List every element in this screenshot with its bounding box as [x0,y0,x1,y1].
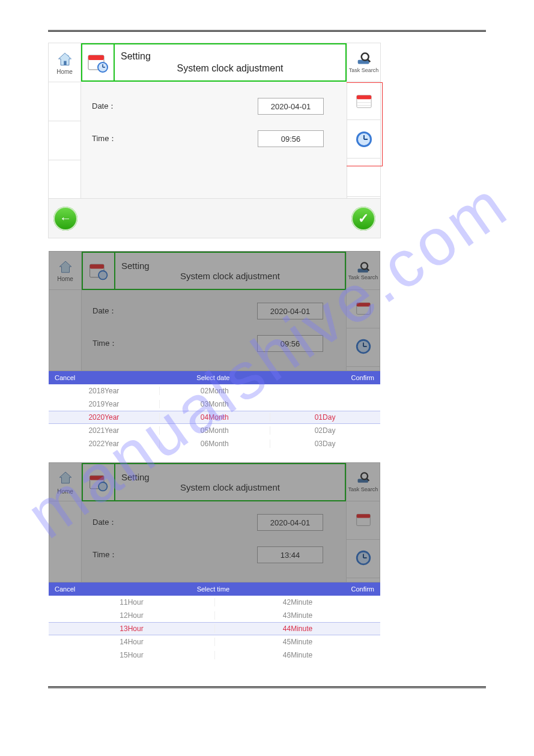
page-subtitle: System clock adjustment [121,482,339,492]
home-label: Home [56,68,73,75]
right-nav-column: Task Search [347,43,380,199]
time-label: Time： [93,338,141,349]
date-picker-wheel[interactable]: 2018Year02Month 2019Year03Month 2020Year… [49,384,380,450]
date-label: Date： [93,517,141,528]
picker-cancel-button[interactable]: Cancel [55,585,75,593]
hour-option[interactable]: 11Hour [49,598,214,606]
task-search-label: Task Search [349,67,379,73]
back-button[interactable] [53,207,77,231]
minute-option[interactable]: 46Minute [214,651,380,659]
hour-option[interactable]: 14Hour [49,638,214,646]
year-option[interactable]: 2021Year [49,426,159,435]
time-value-box[interactable]: 13:44 [257,546,323,563]
minute-option[interactable]: 43Minute [214,611,380,620]
time-picker-wheel[interactable]: 11Hour42Minute 12Hour43Minute 13Hour44Mi… [49,596,380,662]
month-option-selected[interactable]: 04Month [159,413,270,422]
settings-body: Date： 2020-04-01 Time： 09:56 [81,82,347,198]
svg-rect-39 [356,514,370,518]
bottom-rule [48,686,486,688]
right-nav-slot-4 [347,159,380,197]
svg-rect-26 [356,303,370,306]
home-label: Home [57,276,73,282]
top-rule [48,30,486,32]
time-value-box[interactable]: 09:56 [258,130,324,147]
picker-title: Select date [75,374,351,381]
svg-rect-0 [64,61,66,65]
svg-rect-11 [356,95,371,99]
confirm-button[interactable] [351,207,375,231]
calendar-clock-icon [83,253,115,289]
screen-clock-adjustment: Home Setting System clock adjustmen [48,43,381,238]
time-row: Time： 09:56 [93,327,335,360]
month-option[interactable]: 03Month [159,400,270,408]
picker-confirm-button[interactable]: Confirm [351,585,374,593]
task-search-icon [356,471,371,486]
date-picker-button[interactable] [347,82,380,120]
svg-point-34 [99,483,107,491]
picker-confirm-button[interactable]: Confirm [351,374,374,381]
left-nav-column: Home [49,43,81,199]
svg-point-8 [361,53,368,60]
date-row: Date： 2020-04-01 [93,295,335,327]
hour-option[interactable]: 15Hour [49,651,214,659]
date-picker-button[interactable] [347,290,380,328]
month-option[interactable]: 05Month [159,426,270,435]
month-option[interactable]: 06Month [159,440,270,448]
date-picker-button[interactable] [347,501,380,540]
year-option[interactable]: 2018Year [49,387,159,395]
page-header: Setting System clock adjustment [82,463,346,501]
screen-date-picker: Home Setting System clock adjustment [48,250,381,451]
page-title: Setting [121,51,339,62]
svg-rect-2 [88,55,104,60]
home-button[interactable]: Home [49,463,81,501]
task-search-label: Task Search [348,274,378,280]
svg-point-23 [361,262,368,269]
left-nav-slot-2 [49,82,80,121]
left-nav-slot-4 [49,160,80,199]
home-icon [57,470,74,487]
task-search-button[interactable]: Task Search [347,43,380,82]
time-picker-button[interactable] [347,540,380,578]
left-nav-slot-3 [49,121,80,160]
day-option-selected[interactable]: 01Day [270,413,380,422]
home-button[interactable]: Home [49,43,80,82]
page-title: Setting [121,472,339,482]
task-search-button[interactable]: Task Search [347,463,380,501]
page-subtitle: System clock adjustment [121,63,339,74]
date-label: Date： [92,101,140,112]
clock-icon [354,130,374,149]
minute-option-selected[interactable]: 44Minute [214,624,380,633]
time-picker-button[interactable] [347,328,380,367]
year-option[interactable]: 2022Year [49,440,159,448]
year-option-selected[interactable]: 2020Year [49,413,159,422]
minute-option[interactable]: 42Minute [214,598,380,606]
day-option[interactable]: 03Day [270,440,380,448]
date-value-box[interactable]: 2020-04-01 [257,514,323,531]
home-icon [57,259,74,274]
picker-header-bar: Cancel Select date Confirm [49,371,380,384]
date-value-box[interactable]: 2020-04-01 [258,98,324,115]
date-label: Date： [93,306,141,316]
task-search-button[interactable]: Task Search [347,252,380,290]
minute-option[interactable]: 45Minute [214,638,380,646]
hour-option-selected[interactable]: 13Hour [49,624,214,633]
task-search-icon [356,261,371,274]
home-button[interactable]: Home [49,252,81,290]
page-title: Setting [121,261,339,271]
task-search-label: Task Search [348,486,378,492]
time-picker-button[interactable] [347,120,380,159]
picker-cancel-button[interactable]: Cancel [55,374,75,381]
date-value-box[interactable]: 2020-04-01 [257,303,323,319]
day-option[interactable]: 02Day [270,426,380,435]
hour-option[interactable]: 12Hour [49,611,214,620]
date-row: Date： 2020-04-01 [92,90,336,122]
month-option[interactable]: 02Month [159,387,270,395]
year-option[interactable]: 2019Year [49,400,159,408]
calendar-clock-icon [83,464,115,500]
footer-bar [49,198,380,238]
page-subtitle: System clock adjustment [121,271,339,281]
picker-title: Select time [75,585,351,593]
svg-rect-32 [90,476,104,480]
time-value-box[interactable]: 09:56 [257,335,323,352]
calendar-icon [355,92,373,109]
